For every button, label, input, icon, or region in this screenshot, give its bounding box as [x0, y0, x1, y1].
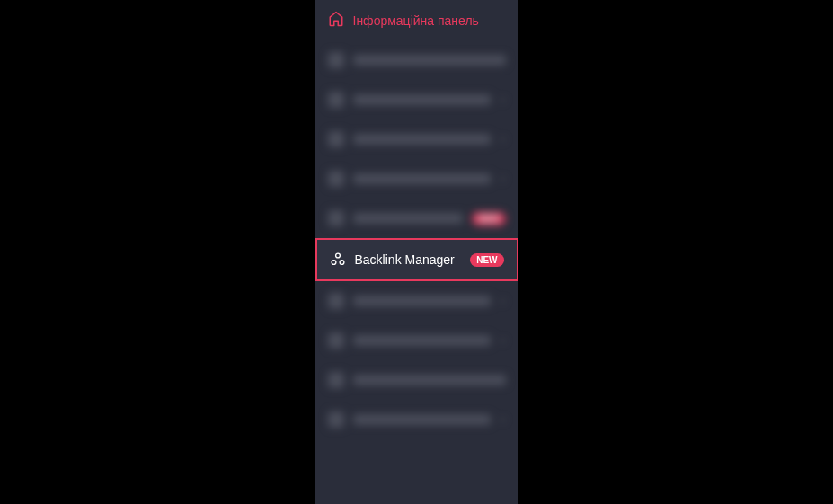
blurred-label	[353, 414, 491, 425]
chevron-down-icon: ▾	[500, 93, 506, 107]
chevron-down-icon: ▾	[500, 333, 506, 348]
blurred-icon	[328, 411, 344, 428]
sidebar-item-backlink-manager[interactable]: Backlink Manager NEW	[315, 238, 518, 281]
blurred-icon	[328, 293, 344, 309]
sidebar-item-blurred: ▾	[315, 159, 518, 199]
blurred-icon	[328, 131, 344, 147]
blurred-label	[353, 55, 506, 66]
blurred-icon	[328, 52, 344, 68]
sidebar-item-blurred	[315, 40, 518, 80]
sidebar-header[interactable]: Інформаційна панель	[315, 0, 518, 40]
sidebar-item-blurred: ▾	[315, 80, 518, 119]
blurred-label	[353, 335, 491, 346]
sidebar-item-blurred: NEW	[315, 199, 518, 238]
blurred-icon	[328, 171, 344, 187]
new-badge: NEW	[472, 212, 505, 225]
blurred-icon	[328, 210, 344, 226]
sidebar-item-blurred: ▾	[315, 119, 518, 159]
sidebar: Інформаційна панель ▾ ▾ ▾ NEW Backlin	[315, 0, 518, 504]
home-icon	[328, 11, 344, 30]
blurred-icon	[328, 372, 344, 388]
blurred-label	[353, 375, 506, 385]
blurred-label	[353, 173, 491, 184]
svg-point-1	[332, 261, 336, 265]
svg-point-0	[335, 253, 340, 258]
blurred-icon	[328, 332, 344, 349]
sidebar-item-blurred: ▾	[315, 321, 518, 360]
blurred-label	[353, 134, 491, 145]
chevron-down-icon: ▾	[500, 132, 506, 146]
sidebar-header-label: Інформаційна панель	[353, 13, 479, 28]
sidebar-item-label: Backlink Manager	[355, 252, 462, 267]
chevron-down-icon: ▾	[500, 294, 506, 308]
sidebar-item-blurred	[315, 360, 518, 400]
new-badge: NEW	[470, 253, 503, 267]
blurred-label	[353, 213, 464, 224]
chevron-down-icon: ▾	[500, 412, 506, 427]
sidebar-item-blurred: ▾	[315, 281, 518, 321]
sidebar-item-blurred: ▾	[315, 400, 518, 439]
chevron-down-icon: ▾	[500, 172, 506, 186]
blurred-label	[353, 94, 491, 105]
svg-point-2	[340, 261, 344, 265]
blurred-label	[353, 296, 491, 306]
blurred-icon	[328, 92, 344, 108]
link-icon	[330, 252, 346, 268]
